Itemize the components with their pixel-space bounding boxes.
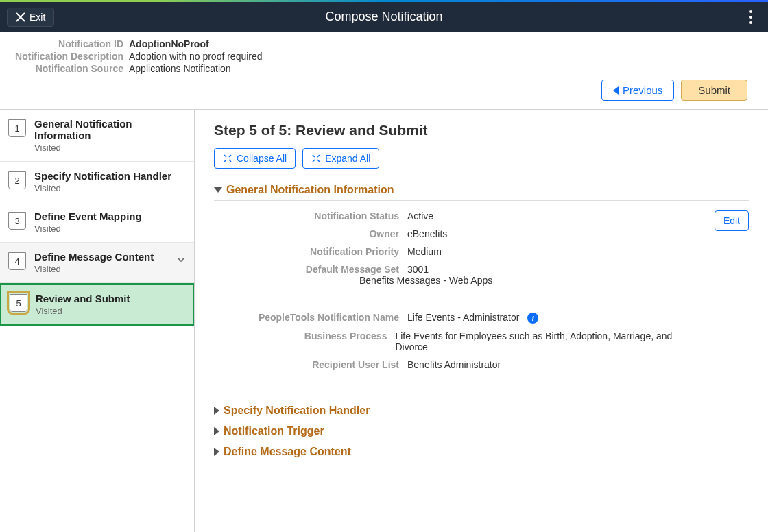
meta-row: Notification ID AdoptionNoProof <box>0 38 754 49</box>
expand-all-label: Expand All <box>325 153 370 164</box>
triangle-right-icon <box>214 427 219 435</box>
step-state: Visited <box>34 223 186 234</box>
chevron-down-icon <box>176 255 186 267</box>
step-badge: 4 <box>8 252 26 270</box>
step-state: Visited <box>34 183 186 193</box>
field-subvalue: Benefits Messages - Web Apps <box>359 275 492 286</box>
submit-button[interactable]: Submit <box>681 80 747 101</box>
section-heading-label: Define Message Content <box>224 446 351 458</box>
exit-label: Exit <box>29 12 45 23</box>
section-heading-label: Notification Trigger <box>224 425 324 437</box>
previous-label: Previous <box>623 84 662 96</box>
step-badge: 2 <box>8 171 26 189</box>
info-icon[interactable]: i <box>527 313 538 324</box>
wizard-step-2[interactable]: 2 Specify Notification Handler Visited <box>0 162 194 202</box>
section-heading-message-content[interactable]: Define Message Content <box>214 446 749 458</box>
section-heading-label: Specify Notification Handler <box>224 404 370 417</box>
field-value: Life Events for Employees such as Birth,… <box>395 330 687 352</box>
wizard-actions: Previous Submit <box>0 75 754 109</box>
content-step-title: Step 5 of 5: Review and Submit <box>214 122 749 138</box>
field-label: Owner <box>214 228 399 239</box>
meta-value: AdoptionNoProof <box>129 38 209 49</box>
field-row: Notification Status Active <box>214 210 687 221</box>
app-header: Exit Compose Notification <box>0 2 768 32</box>
field-row: Default Message Set 3001 <box>214 264 687 275</box>
more-actions-button[interactable] <box>741 7 761 27</box>
step-title: Define Message Content <box>34 251 168 263</box>
wizard-step-3[interactable]: 3 Define Event Mapping Visited <box>0 202 194 243</box>
field-value: 3001 <box>407 264 429 275</box>
submit-label: Submit <box>698 84 730 96</box>
step-badge: 1 <box>8 119 26 137</box>
section-heading-trigger[interactable]: Notification Trigger <box>214 425 749 437</box>
field-value: Life Events - Administrator <box>407 312 519 323</box>
step-title: Define Event Mapping <box>34 210 186 222</box>
field-value: Medium <box>407 246 442 257</box>
field-value: Benefits Administrator <box>407 359 501 370</box>
field-label: Notification Status <box>214 210 399 221</box>
section-body-general: Edit Notification Status Active Owner eB… <box>214 210 749 370</box>
meta-value: Applications Notification <box>129 63 231 74</box>
meta-label: Notification Source <box>0 63 123 74</box>
field-row: Recipient User List Benefits Administrat… <box>214 359 687 370</box>
section-heading-general[interactable]: General Notification Information <box>214 184 749 201</box>
field-label: Recipient User List <box>214 359 399 370</box>
triangle-right-icon <box>214 448 219 456</box>
collapse-all-label: Collapse All <box>237 153 287 164</box>
more-vertical-icon <box>749 9 752 25</box>
field-label: Business Process <box>214 330 387 341</box>
step-state: Visited <box>34 264 168 274</box>
field-sub-row: Benefits Messages - Web Apps <box>214 275 687 286</box>
wizard-step-1[interactable]: 1 General Notification Information Visit… <box>0 110 194 162</box>
step-badge: 3 <box>8 212 26 230</box>
field-value: eBenefits <box>407 228 447 239</box>
meta-label: Notification Description <box>0 51 123 62</box>
wizard-step-4[interactable]: 4 Define Message Content Visited <box>0 243 194 283</box>
previous-button[interactable]: Previous <box>601 80 674 101</box>
edit-label: Edit <box>723 215 740 226</box>
collapse-all-button[interactable]: Collapse All <box>214 148 296 169</box>
wizard-step-5[interactable]: 5 Review and Submit Visited <box>0 283 194 326</box>
expand-all-button[interactable]: Expand All <box>302 148 379 169</box>
collapse-icon <box>223 154 232 163</box>
meta-rows: Notification ID AdoptionNoProof Notifica… <box>0 38 754 74</box>
section-heading-handler[interactable]: Specify Notification Handler <box>214 404 749 417</box>
field-label: Notification Priority <box>214 246 399 257</box>
body: 1 General Notification Information Visit… <box>0 109 768 532</box>
close-icon <box>16 12 25 22</box>
field-value: Active <box>407 210 433 221</box>
edit-button[interactable]: Edit <box>715 210 749 231</box>
step-title: Review and Submit <box>36 293 184 304</box>
wizard-sidebar: 1 General Notification Information Visit… <box>0 110 195 532</box>
field-label: PeopleTools Notification Name <box>214 312 399 323</box>
expand-collapse-toolbar: Collapse All Expand All <box>214 148 749 169</box>
field-row: Owner eBenefits <box>214 228 687 239</box>
meta-row: Notification Source Applications Notific… <box>0 63 754 74</box>
step-title: General Notification Information <box>34 118 186 141</box>
page-title: Compose Notification <box>0 10 768 24</box>
section-heading-label: General Notification Information <box>226 184 394 196</box>
meta-value: Adoption with no proof required <box>129 51 263 62</box>
content-area: Step 5 of 5: Review and Submit Collapse … <box>195 110 768 532</box>
triangle-down-icon <box>214 187 222 193</box>
step-state: Visited <box>36 306 184 316</box>
chevron-left-icon <box>613 86 619 95</box>
field-row: PeopleTools Notification Name Life Event… <box>214 312 687 324</box>
triangle-right-icon <box>214 407 219 415</box>
meta-label: Notification ID <box>0 38 123 49</box>
step-state: Visited <box>34 143 186 153</box>
field-row: Notification Priority Medium <box>214 246 687 257</box>
subheader: Notification ID AdoptionNoProof Notifica… <box>0 32 768 109</box>
step-badge: 5 <box>10 294 27 312</box>
expand-icon <box>311 154 321 163</box>
exit-button[interactable]: Exit <box>7 8 54 27</box>
meta-row: Notification Description Adoption with n… <box>0 51 754 62</box>
step-title: Specify Notification Handler <box>34 170 186 182</box>
field-row: Business Process Life Events for Employe… <box>214 330 687 352</box>
field-value-wrap: Life Events - Administrator i <box>407 312 538 324</box>
field-label: Default Message Set <box>214 264 399 275</box>
